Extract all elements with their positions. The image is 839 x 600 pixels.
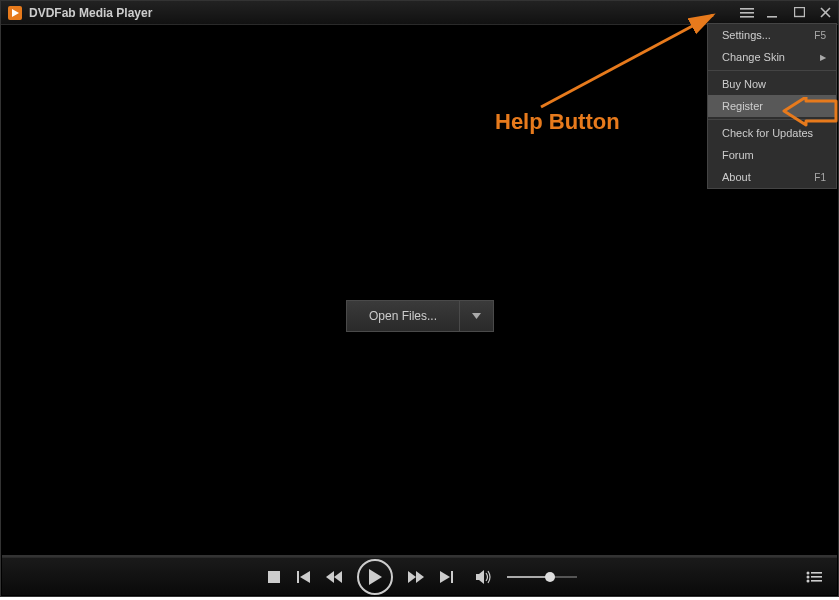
close-button[interactable] [812,2,838,24]
titlebar: DVDFab Media Player [1,1,838,25]
menu-separator [708,70,836,71]
svg-point-21 [807,571,810,574]
svg-marker-13 [326,571,334,583]
stop-button[interactable] [263,566,285,588]
svg-rect-2 [740,8,754,10]
menu-item-forum[interactable]: Forum [708,144,836,166]
svg-marker-15 [369,569,382,585]
volume-thumb[interactable] [545,572,555,582]
annotation-help-label: Help Button [495,109,620,135]
menu-item-buy-now[interactable]: Buy Now [708,73,836,95]
svg-rect-26 [811,580,822,582]
volume-button[interactable] [473,566,495,588]
menu-separator [708,119,836,120]
rewind-button[interactable] [323,566,345,588]
volume-icon [476,570,492,584]
chevron-down-icon [472,313,481,319]
svg-rect-22 [811,572,822,574]
minimize-icon [767,7,779,19]
menu-item-shortcut: F1 [814,172,826,183]
svg-marker-12 [300,571,310,583]
svg-point-23 [807,575,810,578]
svg-rect-6 [794,8,804,17]
volume-fill [507,576,547,578]
minimize-button[interactable] [760,2,786,24]
menu-item-label: About [722,171,751,183]
menu-item-register[interactable]: Register [708,95,836,117]
control-group [263,559,577,595]
svg-marker-20 [476,570,484,584]
svg-point-25 [807,579,810,582]
fast-forward-icon [408,571,424,583]
maximize-button[interactable] [786,2,812,24]
svg-rect-24 [811,576,822,578]
svg-rect-19 [451,571,453,583]
chevron-right-icon: ▶ [820,53,826,62]
svg-rect-10 [268,571,280,583]
menu-item-label: Forum [722,149,754,161]
menu-item-label: Check for Updates [722,127,813,139]
playback-controls [2,557,837,595]
app-logo-icon [7,5,23,21]
app-title: DVDFab Media Player [29,6,152,20]
menu-item-label: Settings... [722,29,771,41]
svg-marker-9 [472,313,481,319]
menu-button[interactable] [734,2,760,24]
menu-item-change-skin[interactable]: Change Skin▶ [708,46,836,68]
playlist-button[interactable] [803,566,825,588]
svg-rect-11 [297,571,299,583]
svg-marker-14 [334,571,342,583]
menu-item-settings[interactable]: Settings...F5 [708,24,836,46]
fast-forward-button[interactable] [405,566,427,588]
next-button[interactable] [435,566,457,588]
menu-item-about[interactable]: AboutF1 [708,166,836,188]
open-files-button[interactable]: Open Files... [347,301,459,331]
menu-item-label: Buy Now [722,78,766,90]
menu-item-shortcut: F5 [814,30,826,41]
open-files-group: Open Files... [346,300,494,332]
volume-slider[interactable] [507,576,577,578]
menu-item-label: Register [722,100,763,112]
maximize-icon [794,7,805,18]
svg-marker-17 [416,571,424,583]
close-icon [820,7,831,18]
svg-marker-18 [440,571,450,583]
play-icon [368,569,382,585]
open-files-dropdown-button[interactable] [459,301,493,331]
svg-rect-4 [740,16,754,18]
app-window: DVDFab Media Player Open Files... [0,0,839,597]
playlist-icon [806,571,822,583]
skip-forward-icon [439,571,453,583]
svg-rect-5 [767,16,777,18]
settings-menu: Settings...F5Change Skin▶Buy NowRegister… [707,23,837,189]
rewind-icon [326,571,342,583]
svg-rect-3 [740,12,754,14]
hamburger-icon [740,8,754,18]
previous-button[interactable] [293,566,315,588]
menu-item-label: Change Skin [722,51,785,63]
play-button[interactable] [357,559,393,595]
skip-back-icon [297,571,311,583]
stop-icon [268,571,280,583]
menu-item-check-for-updates[interactable]: Check for Updates [708,122,836,144]
svg-marker-16 [408,571,416,583]
